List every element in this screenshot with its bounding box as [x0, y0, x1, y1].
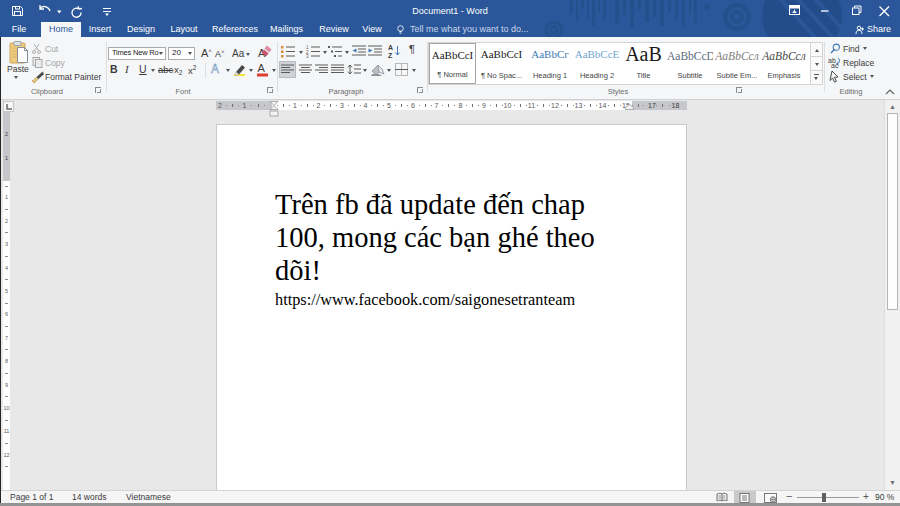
svg-text:3: 3: [306, 54, 309, 59]
svg-text:Z: Z: [388, 52, 393, 59]
svg-text:A: A: [258, 62, 266, 74]
svg-text:A: A: [388, 44, 393, 51]
